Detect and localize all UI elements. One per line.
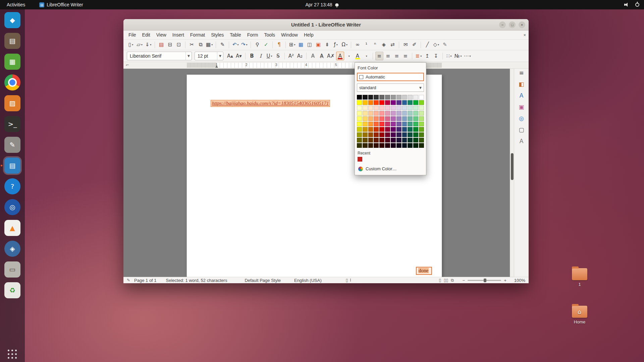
color-swatch[interactable] bbox=[357, 111, 362, 116]
dock-item-libreoffice-impress[interactable]: ▨ bbox=[4, 95, 20, 111]
multi-page-view-button[interactable]: ▯▯ bbox=[444, 278, 448, 283]
highlighting-dropdown-button[interactable]: ▾ bbox=[362, 52, 370, 60]
color-swatch[interactable] bbox=[368, 122, 373, 126]
color-swatch[interactable] bbox=[374, 106, 379, 110]
clone-formatting-button[interactable]: ✎ bbox=[218, 41, 226, 49]
color-swatch[interactable] bbox=[363, 132, 368, 137]
color-swatch[interactable] bbox=[419, 127, 424, 132]
color-swatch[interactable] bbox=[408, 95, 413, 100]
insert-cross-reference-button[interactable]: ⇄ bbox=[388, 41, 396, 49]
color-swatch[interactable] bbox=[391, 100, 396, 105]
zoom-level-status[interactable]: 100% bbox=[512, 278, 525, 283]
underline-button[interactable]: U▾ bbox=[265, 52, 273, 60]
dock-item-gimp[interactable]: ✎ bbox=[4, 137, 20, 153]
color-swatch[interactable] bbox=[396, 143, 401, 148]
color-swatch[interactable] bbox=[368, 106, 373, 110]
color-swatch[interactable] bbox=[357, 143, 362, 148]
color-swatch[interactable] bbox=[379, 95, 384, 100]
tab-stop-selector[interactable]: ⌐ bbox=[126, 63, 129, 67]
palette-select[interactable]: standard ▼ bbox=[357, 83, 424, 92]
zoom-slider-thumb[interactable] bbox=[484, 279, 486, 282]
dock-item-software-center[interactable]: ◈ bbox=[4, 241, 20, 257]
color-swatch[interactable] bbox=[408, 138, 413, 142]
color-swatch[interactable] bbox=[379, 111, 384, 116]
font-color-dropdown-button[interactable]: ▾ bbox=[345, 52, 353, 60]
volume-icon[interactable] bbox=[624, 3, 629, 7]
color-swatch[interactable] bbox=[402, 138, 407, 142]
open-file-button[interactable]: ▱▾ bbox=[136, 41, 144, 49]
formatting-marks-button[interactable]: ¶ bbox=[275, 41, 283, 49]
clock-button[interactable]: Apr 27 13:48 bbox=[305, 2, 338, 7]
menu-edit[interactable]: Edit bbox=[139, 31, 153, 39]
color-swatch[interactable] bbox=[419, 122, 424, 126]
color-swatch[interactable] bbox=[368, 116, 373, 121]
color-swatch[interactable] bbox=[374, 100, 379, 105]
properties-deck-icon[interactable]: ◧ bbox=[519, 81, 524, 87]
color-swatch[interactable] bbox=[408, 116, 413, 121]
basic-shapes-button[interactable]: ◇▾ bbox=[432, 41, 440, 49]
dock-item-help[interactable]: ? bbox=[4, 178, 20, 194]
selection-mode-icon[interactable]: ▯ bbox=[346, 278, 348, 283]
insert-chart-button[interactable]: ◫ bbox=[306, 41, 314, 49]
insert-bookmark-button[interactable]: ◈ bbox=[380, 41, 388, 49]
done-text-frame[interactable]: done bbox=[416, 267, 432, 275]
page-style-status[interactable]: Default Page Style bbox=[245, 278, 281, 283]
selected-url-text[interactable]: https://baijiahao.baidu.com/s?id=1830515… bbox=[211, 100, 330, 107]
title-bar[interactable]: Untitled 1 - LibreOffice Writer − □ × bbox=[123, 19, 529, 31]
color-swatch[interactable] bbox=[374, 111, 379, 116]
color-swatch[interactable] bbox=[363, 122, 368, 126]
vertical-scrollbar[interactable] bbox=[510, 69, 514, 277]
color-swatch[interactable] bbox=[385, 111, 390, 116]
color-swatch[interactable] bbox=[363, 143, 368, 148]
color-swatch[interactable] bbox=[363, 111, 368, 116]
color-swatch[interactable] bbox=[396, 100, 401, 105]
dock-item-chrome[interactable] bbox=[4, 74, 20, 90]
color-swatch[interactable] bbox=[385, 116, 390, 121]
find-and-replace-button[interactable]: ⚲ bbox=[253, 41, 261, 49]
unordered-list-button[interactable]: ∷▾ bbox=[445, 52, 453, 60]
color-swatch[interactable] bbox=[357, 138, 362, 142]
color-swatch[interactable] bbox=[402, 100, 407, 105]
redo-button[interactable]: ↷▾ bbox=[240, 41, 248, 49]
color-swatch[interactable] bbox=[396, 138, 401, 142]
export-pdf-button[interactable]: ▤ bbox=[157, 41, 165, 49]
insert-text-box-button[interactable]: ▣ bbox=[314, 41, 322, 49]
color-swatch[interactable] bbox=[379, 138, 384, 142]
clear-direct-formatting-button[interactable]: A✗ bbox=[326, 52, 335, 60]
menu-help[interactable]: Help bbox=[301, 31, 317, 39]
menu-form[interactable]: Form bbox=[244, 31, 261, 39]
color-swatch[interactable] bbox=[419, 116, 424, 121]
close-button[interactable]: × bbox=[519, 21, 525, 28]
word-count-status[interactable]: Selected: 1 word, 52 characters bbox=[166, 278, 227, 283]
color-swatch[interactable] bbox=[391, 116, 396, 121]
minimize-button[interactable]: − bbox=[499, 21, 506, 28]
color-swatch[interactable] bbox=[379, 132, 384, 137]
color-swatch[interactable] bbox=[368, 127, 373, 132]
color-swatch[interactable] bbox=[419, 143, 424, 148]
page-count-status[interactable]: Page 1 of 1 bbox=[134, 278, 157, 283]
dock-item-archive-manager[interactable]: ▭ bbox=[4, 261, 20, 278]
insert-mode-icon[interactable]: I bbox=[350, 278, 351, 283]
color-swatch[interactable] bbox=[419, 95, 424, 100]
color-swatch[interactable] bbox=[408, 122, 413, 126]
color-swatch[interactable] bbox=[419, 106, 424, 110]
color-swatch[interactable] bbox=[357, 122, 362, 126]
line-spacing-button[interactable]: ≣▾ bbox=[415, 52, 423, 60]
color-swatch[interactable] bbox=[379, 100, 384, 105]
color-swatch[interactable] bbox=[396, 132, 401, 137]
outline-font-effect-button[interactable]: A bbox=[309, 52, 317, 60]
show-apps-button[interactable] bbox=[8, 350, 17, 359]
color-swatch[interactable] bbox=[419, 100, 424, 105]
color-swatch[interactable] bbox=[408, 100, 413, 105]
color-swatch[interactable] bbox=[402, 106, 407, 110]
color-swatch[interactable] bbox=[413, 95, 418, 100]
zoom-out-button[interactable]: − bbox=[463, 278, 465, 283]
color-swatch[interactable] bbox=[396, 111, 401, 116]
styles-deck-icon[interactable]: A bbox=[520, 93, 524, 99]
color-swatch[interactable] bbox=[396, 122, 401, 126]
color-swatch[interactable] bbox=[368, 132, 373, 137]
app-menu[interactable]: ▤ LibreOffice Writer bbox=[39, 2, 83, 7]
color-swatch[interactable] bbox=[357, 127, 362, 132]
menu-view[interactable]: View bbox=[153, 31, 169, 39]
color-swatch[interactable] bbox=[357, 95, 362, 100]
